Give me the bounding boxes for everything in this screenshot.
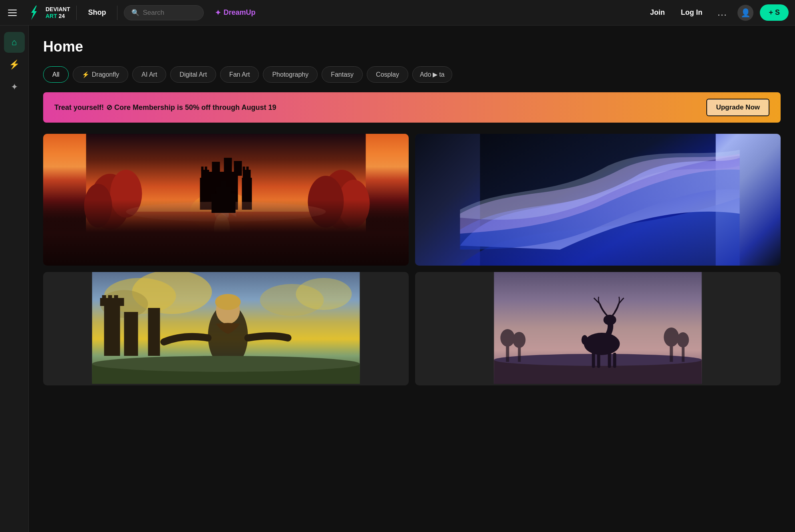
svg-point-43 xyxy=(215,294,241,310)
svg-rect-37 xyxy=(148,308,160,356)
image-grid: ⌁ xyxy=(43,134,781,385)
image-svg-1: ⌁ xyxy=(43,134,409,266)
search-input[interactable] xyxy=(143,9,196,17)
upgrade-now-button[interactable]: Upgrade Now xyxy=(706,99,769,116)
svg-point-6 xyxy=(214,214,230,246)
search-bar[interactable]: 🔍 xyxy=(124,5,204,20)
logo-link[interactable]: DEVIANTART 24 xyxy=(25,4,70,22)
image-fantasy-character xyxy=(43,272,409,385)
sidebar-item-deviantart[interactable]: ✦ xyxy=(4,77,25,97)
svg-rect-20 xyxy=(234,161,242,176)
svg-rect-40 xyxy=(114,295,118,300)
image-svg-2 xyxy=(415,134,781,266)
tab-adoptables-suffix: ta xyxy=(439,71,444,78)
svg-rect-59 xyxy=(592,352,595,368)
search-icon: 🔍 xyxy=(131,9,139,16)
image-card-deer-dusk[interactable] xyxy=(415,272,781,385)
svg-point-54 xyxy=(664,328,679,347)
tab-cosplay[interactable]: Cosplay xyxy=(367,66,408,83)
page-title: Home xyxy=(43,38,781,55)
tab-digital-art[interactable]: Digital Art xyxy=(170,66,216,83)
svg-rect-16 xyxy=(201,170,209,182)
promo-banner: Treat yourself! ⊘ Core Membership is 50%… xyxy=(43,92,781,123)
svg-rect-62 xyxy=(613,353,616,368)
image-abstract-waves xyxy=(415,134,781,266)
dreamup-button[interactable]: ✦ DreamUp xyxy=(210,5,260,20)
image-svg-4 xyxy=(415,272,781,384)
svg-rect-34 xyxy=(104,304,120,356)
tab-dragonfly[interactable]: ⚡ Dragonfly xyxy=(73,66,128,83)
deviantart-icon: ✦ xyxy=(11,82,18,92)
svg-rect-17 xyxy=(243,170,251,182)
login-button[interactable]: Log In xyxy=(676,5,707,20)
svg-point-11 xyxy=(338,180,370,228)
promo-text: Treat yourself! ⊘ Core Membership is 50%… xyxy=(54,103,276,112)
avatar-icon: 👤 xyxy=(741,8,751,18)
svg-rect-61 xyxy=(608,352,611,368)
chevron-right-icon: ▶ xyxy=(433,71,437,78)
more-options-button[interactable]: ... xyxy=(714,4,731,21)
image-card-fantasy-character[interactable] xyxy=(43,272,409,385)
hamburger-menu-button[interactable] xyxy=(6,8,18,18)
sidebar-item-whats-hot[interactable]: ⚡ xyxy=(4,54,25,75)
svg-rect-60 xyxy=(597,353,600,368)
hamburger-line xyxy=(8,12,17,13)
join-button[interactable]: Join xyxy=(645,5,670,20)
svg-point-50 xyxy=(501,329,515,347)
tab-fantasy[interactable]: Fantasy xyxy=(322,66,363,83)
svg-rect-38 xyxy=(102,295,106,300)
svg-rect-39 xyxy=(108,295,112,300)
svg-point-45 xyxy=(92,356,360,372)
svg-point-4 xyxy=(215,206,229,221)
image-card-fantasy-sunset[interactable]: ⌁ xyxy=(43,134,409,266)
promo-badge: Treat yourself! xyxy=(54,103,104,112)
nav-divider xyxy=(76,6,77,20)
dragonfly-icon: ⚡ xyxy=(82,71,89,78)
dreamup-star-icon: ✦ xyxy=(215,8,221,17)
promo-message: ⊘ Core Membership is 50% off through Aug… xyxy=(106,103,276,112)
dreamup-label: DreamUp xyxy=(223,8,255,17)
hamburger-line xyxy=(8,15,17,16)
svg-rect-36 xyxy=(124,312,138,356)
home-icon: ⌂ xyxy=(12,37,17,48)
svg-point-9 xyxy=(84,184,112,228)
sidebar: ⌂ ⚡ ✦ xyxy=(0,26,29,532)
svg-rect-18 xyxy=(212,162,220,176)
svg-rect-19 xyxy=(224,158,232,174)
image-deer-dusk xyxy=(415,272,781,385)
shop-button[interactable]: Shop xyxy=(83,5,111,20)
svg-point-52 xyxy=(513,332,526,348)
svg-point-33 xyxy=(296,278,352,310)
svg-point-58 xyxy=(604,315,616,325)
avatar-button[interactable]: 👤 xyxy=(737,5,753,21)
hamburger-line xyxy=(8,10,17,10)
svg-rect-22 xyxy=(205,167,207,171)
svg-point-25 xyxy=(126,202,326,222)
svg-rect-14 xyxy=(200,178,210,210)
svg-point-8 xyxy=(110,170,142,218)
nav-divider xyxy=(117,6,117,20)
lightning-icon: ⚡ xyxy=(9,60,20,70)
tab-all[interactable]: All xyxy=(43,66,69,83)
top-navigation: DEVIANTART 24 Shop 🔍 ✦ DreamUp Join Log … xyxy=(0,0,795,26)
svg-rect-5 xyxy=(86,212,366,266)
tab-fan-art[interactable]: Fan Art xyxy=(220,66,259,83)
category-tabs: All ⚡ Dragonfly AI Art Digital Art Fan A… xyxy=(43,66,781,83)
main-content: Home All ⚡ Dragonfly AI Art Digital Art … xyxy=(29,26,795,532)
tab-photography[interactable]: Photography xyxy=(263,66,318,83)
svg-rect-23 xyxy=(243,167,245,171)
tab-ai-art[interactable]: AI Art xyxy=(132,66,166,83)
svg-text:⌁: ⌁ xyxy=(215,191,237,231)
sidebar-item-home[interactable]: ⌂ xyxy=(4,32,25,53)
svg-rect-24 xyxy=(246,167,249,171)
svg-point-57 xyxy=(584,333,620,355)
image-card-abstract-waves[interactable] xyxy=(415,134,781,266)
svg-rect-21 xyxy=(201,167,204,171)
svg-rect-15 xyxy=(242,178,252,210)
logo-text: DEVIANTART 24 xyxy=(46,6,70,20)
image-svg-3 xyxy=(43,272,409,384)
image-fantasy-sunset: ⌁ xyxy=(43,134,409,266)
tab-adoptables[interactable]: Ado ▶ ta xyxy=(412,66,452,83)
svg-point-12 xyxy=(308,176,344,228)
plus-submit-button[interactable]: + S xyxy=(760,4,789,21)
